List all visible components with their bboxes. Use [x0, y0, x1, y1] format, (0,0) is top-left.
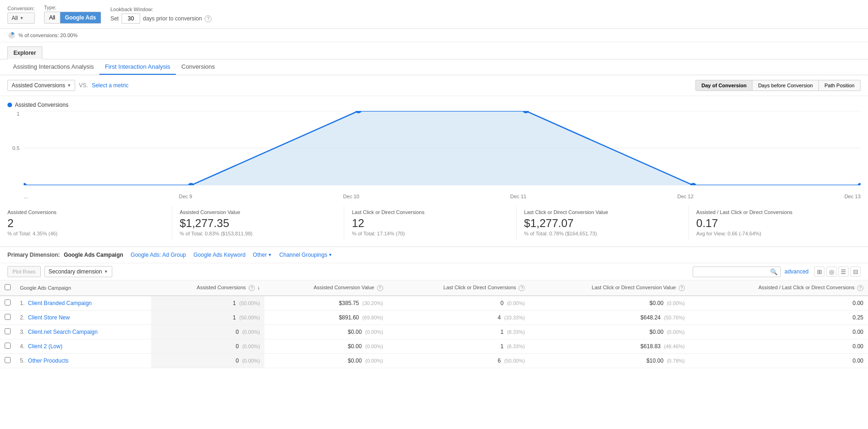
dim-link-adgroup[interactable]: Google Ads: Ad Group — [131, 252, 186, 258]
campaign-link[interactable]: Client 2 (Low) — [28, 343, 62, 350]
view-buttons-group: Day of Conversion Days before Conversion… — [695, 80, 861, 91]
chart-svg — [24, 111, 861, 185]
campaign-link[interactable]: Client Store New — [28, 314, 70, 321]
svg-point-6 — [188, 183, 194, 185]
type-google-ads-button[interactable]: Google Ads — [60, 12, 101, 23]
row-checkbox-0[interactable] — [5, 299, 11, 306]
col-header-assisted-conv[interactable]: Assisted Conversions ? ↓ — [151, 280, 264, 296]
svg-point-9 — [690, 183, 696, 185]
last-click-value-pct: (0.78%) — [667, 358, 685, 364]
last-click-value-pct: (48.46%) — [664, 344, 685, 349]
stat-block-2: Last Click or Direct Conversions 12 % of… — [344, 206, 516, 240]
last-click-conv-val: 1 — [501, 329, 504, 335]
last-click-conv-val: 6 — [498, 358, 501, 364]
sort-arrow-icon: ↓ — [257, 285, 260, 290]
col-header-last-click-value: Last Click or Direct Conversion Value ? — [529, 280, 689, 296]
col-help-2[interactable]: ? — [377, 285, 383, 291]
subtab-first-interaction[interactable]: First Interaction Analysis — [99, 59, 176, 75]
col-help-5[interactable]: ? — [857, 285, 863, 291]
type-buttons: All Google Ads — [44, 12, 101, 24]
row-checkbox-1[interactable] — [5, 314, 11, 320]
day-of-conversion-btn[interactable]: Day of Conversion — [696, 80, 752, 91]
dim-dropdown-channel[interactable]: Channel Groupings ▼ — [279, 252, 332, 258]
dim-dropdown-other[interactable]: Other ▼ — [253, 252, 272, 258]
ratio-val: 0.00 — [853, 343, 863, 350]
assisted-value-val: $891.60 — [339, 314, 359, 321]
conversion-group: Conversion: All ▼ — [7, 6, 35, 24]
pie-chart-icon — [7, 31, 16, 39]
stat-block-4: Assisted / Last Click or Direct Conversi… — [689, 206, 861, 240]
col-help-1[interactable]: ? — [249, 285, 255, 291]
top-bar: Conversion: All ▼ Type: All Google Ads L… — [0, 0, 868, 29]
table-row: 3. Client.net Search Campaign 0 (0.00%) … — [0, 325, 868, 339]
col-help-3[interactable]: ? — [519, 285, 525, 291]
path-position-btn[interactable]: Path Position — [819, 80, 860, 91]
x-label-dots: ... — [24, 194, 28, 199]
secondary-dimension-dropdown[interactable]: Secondary dimension ▼ — [45, 266, 112, 277]
lookback-days-input[interactable] — [122, 13, 140, 24]
ratio-val: 0.00 — [853, 358, 863, 364]
assisted-value-pct: (69.80%) — [362, 315, 383, 320]
days-before-conversion-btn[interactable]: Days before Conversion — [752, 80, 819, 91]
stat-sub-0: % of Total: 4.35% (46) — [7, 231, 164, 236]
search-icon[interactable]: 🔍 — [770, 268, 778, 275]
campaign-link[interactable]: Client Branded Campaign — [28, 300, 91, 306]
campaign-link[interactable]: Other Prooducts — [28, 358, 68, 364]
stat-sub-3: % of Total: 0.78% ($164,651.73) — [524, 231, 681, 236]
col-help-4[interactable]: ? — [679, 285, 685, 291]
stat-value-1: $1,277.35 — [180, 217, 336, 230]
stat-sub-4: Avg for View: 0.66 (-74.64%) — [696, 231, 853, 236]
select-metric-link[interactable]: Select a metric — [92, 82, 129, 89]
select-all-checkbox[interactable] — [5, 284, 11, 290]
search-input[interactable] — [696, 268, 770, 275]
primary-dimension-active[interactable]: Google Ads Campaign — [64, 252, 123, 258]
ratio-val: 0.00 — [853, 300, 863, 306]
plot-rows-button[interactable]: Plot Rows — [7, 266, 41, 277]
explorer-tab[interactable]: Explorer — [7, 46, 42, 59]
assisted-conv-pct: (50.00%) — [239, 300, 260, 306]
assisted-conv-value: 0 — [236, 343, 239, 350]
table-icon-grid[interactable]: ⊞ — [814, 266, 824, 277]
dim-channel-label: Channel Groupings — [279, 252, 327, 258]
table-icon-compare[interactable]: ⊟ — [850, 266, 861, 277]
dim-link-keyword[interactable]: Google Ads Keyword — [193, 252, 245, 258]
stat-value-3: $1,277.07 — [524, 217, 681, 230]
conversion-label: Conversion: — [7, 6, 35, 11]
row-checkbox-2[interactable] — [5, 328, 11, 334]
ratio-val: 0.25 — [853, 314, 863, 321]
secondary-dim-arrow-icon: ▼ — [104, 269, 108, 274]
ratio-val: 0.00 — [853, 329, 863, 335]
svg-point-5 — [24, 183, 26, 185]
y-axis-label-05: 0.5 — [13, 145, 19, 151]
table-row: 5. Other Prooducts 0 (0.00%) $0.00 (0.00… — [0, 354, 868, 368]
type-all-button[interactable]: All — [45, 12, 60, 23]
table-icons-group: ⊞ ◎ ☰ ⊟ — [814, 266, 861, 277]
stat-block-3: Last Click or Direct Conversion Value $1… — [517, 206, 689, 240]
row-checkbox-4[interactable] — [5, 357, 11, 363]
campaign-link[interactable]: Client.net Search Campaign — [28, 329, 97, 335]
tabs-outer: Explorer — [0, 42, 868, 59]
help-icon[interactable]: ? — [205, 15, 212, 22]
assisted-conv-value: 1 — [233, 300, 236, 306]
primary-dimension-bar: Primary Dimension: Google Ads Campaign G… — [0, 247, 868, 263]
last-click-value-val: $648.24 — [641, 314, 661, 321]
summary-stats: Assisted Conversions 2 % of Total: 4.35%… — [0, 199, 868, 247]
table-icon-list[interactable]: ☰ — [838, 266, 849, 277]
row-checkbox-3[interactable] — [5, 343, 11, 349]
advanced-link[interactable]: advanced — [784, 268, 809, 275]
search-box: 🔍 — [693, 266, 781, 277]
col-header-last-click-conv: Last Click or Direct Conversions ? — [388, 280, 530, 296]
subtab-assisting[interactable]: Assisting Interactions Analysis — [7, 59, 99, 75]
metric-dropdown[interactable]: Assisted Conversions ▼ — [7, 80, 75, 91]
chart-legend-label: Assisted Conversions — [15, 102, 68, 108]
subtab-conversions[interactable]: Conversions — [176, 59, 220, 75]
last-click-conv-pct: (33.33%) — [504, 315, 525, 320]
assisted-value-pct: (30.20%) — [362, 300, 383, 306]
conversion-select[interactable]: All ▼ — [7, 13, 35, 24]
row-num: 1. — [20, 300, 25, 306]
table-row: 1. Client Branded Campaign 1 (50.00%) $3… — [0, 296, 868, 311]
assisted-conv-value: 1 — [233, 314, 236, 321]
stat-label-1: Assisted Conversion Value — [180, 209, 336, 215]
assisted-conv-pct: (0.00%) — [242, 358, 260, 364]
table-icon-pie[interactable]: ◎ — [826, 266, 836, 277]
